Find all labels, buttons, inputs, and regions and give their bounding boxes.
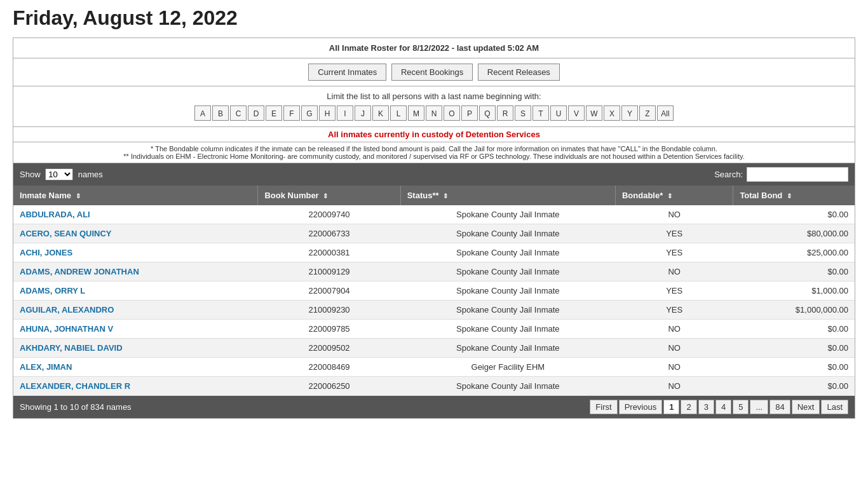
table-header: Inmate Name ⇕Book Number ⇕Status** ⇕Bond…: [13, 186, 855, 205]
alpha-btn-o[interactable]: O: [444, 105, 460, 121]
alpha-btn-y[interactable]: Y: [621, 105, 638, 121]
table-row: ALEX, JIMAN220008469Geiger Facility EHMN…: [13, 358, 855, 377]
filter-label: Limit the list to all persons with a las…: [16, 92, 852, 101]
table-row: AGUILAR, ALEXANDRO210009230Spokane Count…: [13, 301, 855, 320]
book-number: 220008469: [258, 358, 400, 377]
alpha-btn-c[interactable]: C: [230, 105, 247, 121]
page-btn-...[interactable]: ...: [750, 400, 768, 414]
status: Spokane County Jail Inmate: [400, 339, 615, 358]
inmate-name-link[interactable]: ABDULRADA, ALI: [20, 210, 90, 219]
page-btn-3[interactable]: 3: [698, 400, 714, 414]
status: Spokane County Jail Inmate: [400, 262, 615, 281]
inmate-name-link[interactable]: ALEX, JIMAN: [20, 362, 72, 372]
bondable: YES: [615, 224, 733, 243]
total-bond: $0.00: [733, 205, 855, 224]
notice-1: * The Bondable column indicates if the i…: [13, 142, 855, 163]
table-row: ADAMS, ORRY L220007904Spokane County Jai…: [13, 281, 855, 301]
page-btn-previous[interactable]: Previous: [619, 400, 663, 414]
alpha-btn-g[interactable]: G: [301, 105, 318, 121]
book-number: 220007904: [258, 281, 400, 301]
alpha-btn-q[interactable]: Q: [479, 105, 496, 121]
bondable: NO: [615, 358, 733, 377]
book-number: 220009502: [258, 339, 400, 358]
inmate-table: Inmate Name ⇕Book Number ⇕Status** ⇕Bond…: [13, 186, 855, 396]
page-btn-2[interactable]: 2: [681, 400, 696, 414]
tab-recent-bookings[interactable]: Recent Bookings: [391, 64, 473, 81]
col-header-book[interactable]: Book Number ⇕: [258, 186, 400, 205]
alpha-btn-i[interactable]: I: [337, 105, 353, 121]
alpha-btn-j[interactable]: J: [355, 105, 371, 121]
total-bond: $0.00: [733, 320, 855, 339]
alpha-btn-r[interactable]: R: [497, 105, 513, 121]
inmate-name-link[interactable]: AKHDARY, NABIEL DAVID: [20, 343, 123, 353]
search-input[interactable]: [747, 167, 848, 182]
page-btn-1[interactable]: 1: [663, 400, 679, 414]
page-btn-4[interactable]: 4: [715, 400, 731, 414]
tab-recent-releases[interactable]: Recent Releases: [478, 64, 560, 81]
total-bond: $80,000.00: [733, 224, 855, 243]
status: Spokane County Jail Inmate: [400, 301, 615, 320]
filter-row: Limit the list to all persons with a las…: [13, 86, 855, 127]
inmate-name-link[interactable]: ADAMS, ANDREW JONATHAN: [20, 267, 139, 276]
status: Spokane County Jail Inmate: [400, 377, 615, 396]
alpha-btn-k[interactable]: K: [372, 105, 389, 121]
alpha-btn-b[interactable]: B: [212, 105, 229, 121]
page-btn-first[interactable]: First: [590, 400, 617, 414]
status: Spokane County Jail Inmate: [400, 243, 615, 262]
show-label: Show: [20, 170, 41, 179]
page-btn-5[interactable]: 5: [733, 400, 749, 414]
roster-header: All Inmate Roster for 8/12/2022 - last u…: [13, 38, 855, 58]
col-header-bond[interactable]: Total Bond ⇕: [733, 186, 855, 205]
book-number: 220009740: [258, 205, 400, 224]
page-btn-next[interactable]: Next: [792, 400, 820, 414]
inmate-name-link[interactable]: ACERO, SEAN QUINCY: [20, 229, 111, 238]
alpha-btn-m[interactable]: M: [408, 105, 424, 121]
show-select[interactable]: 102550100: [45, 168, 73, 180]
status: Spokane County Jail Inmate: [400, 205, 615, 224]
page-title: Friday, August 12, 2022: [13, 6, 855, 30]
col-header-bondable[interactable]: Bondable* ⇕: [615, 186, 733, 205]
bondable: YES: [615, 301, 733, 320]
notice-red: All inmates currently in custody of Dete…: [13, 127, 855, 142]
status: Geiger Facility EHM: [400, 358, 615, 377]
alpha-btn-e[interactable]: E: [266, 105, 282, 121]
page-btn-last[interactable]: Last: [821, 400, 848, 414]
col-header-name[interactable]: Inmate Name ⇕: [13, 186, 258, 205]
inmate-name-link[interactable]: AHUNA, JOHNATHAN V: [20, 324, 113, 334]
alpha-btn-h[interactable]: H: [319, 105, 336, 121]
alpha-btn-l[interactable]: L: [390, 105, 407, 121]
bondable: NO: [615, 205, 733, 224]
alpha-btn-u[interactable]: U: [550, 105, 567, 121]
alpha-filter: ABCDEFGHIJKLMNOPQRSTUVWXYZAll: [16, 105, 852, 121]
inmate-name-link[interactable]: ALEXANDER, CHANDLER R: [20, 381, 130, 391]
table-row: ALEXANDER, CHANDLER R220006250Spokane Co…: [13, 377, 855, 396]
total-bond: $25,000.00: [733, 243, 855, 262]
alpha-btn-all[interactable]: All: [657, 105, 674, 121]
total-bond: $0.00: [733, 358, 855, 377]
alpha-btn-w[interactable]: W: [586, 105, 602, 121]
total-bond: $0.00: [733, 377, 855, 396]
inmate-name-link[interactable]: AGUILAR, ALEXANDRO: [20, 305, 114, 315]
alpha-btn-z[interactable]: Z: [639, 105, 656, 121]
book-number: 210009129: [258, 262, 400, 281]
alpha-btn-p[interactable]: P: [461, 105, 478, 121]
alpha-btn-n[interactable]: N: [426, 105, 442, 121]
inmate-name-link[interactable]: ACHI, JONES: [20, 248, 72, 257]
alpha-btn-d[interactable]: D: [248, 105, 264, 121]
alpha-btn-t[interactable]: T: [532, 105, 549, 121]
inmate-name-link[interactable]: ADAMS, ORRY L: [20, 286, 85, 295]
book-number: 210009230: [258, 301, 400, 320]
bondable: NO: [615, 262, 733, 281]
col-header-status[interactable]: Status** ⇕: [400, 186, 615, 205]
alpha-btn-a[interactable]: A: [194, 105, 211, 121]
bondable: NO: [615, 339, 733, 358]
alpha-btn-x[interactable]: X: [604, 105, 620, 121]
table-body: ABDULRADA, ALI220009740Spokane County Ja…: [13, 205, 855, 396]
tab-current-inmates[interactable]: Current Inmates: [308, 64, 386, 81]
table-row: ACERO, SEAN QUINCY220006733Spokane Count…: [13, 224, 855, 243]
alpha-btn-f[interactable]: F: [283, 105, 300, 121]
alpha-btn-v[interactable]: V: [568, 105, 585, 121]
pagination: FirstPrevious12345...84NextLast: [590, 400, 848, 414]
page-btn-84[interactable]: 84: [770, 400, 790, 414]
alpha-btn-s[interactable]: S: [515, 105, 531, 121]
